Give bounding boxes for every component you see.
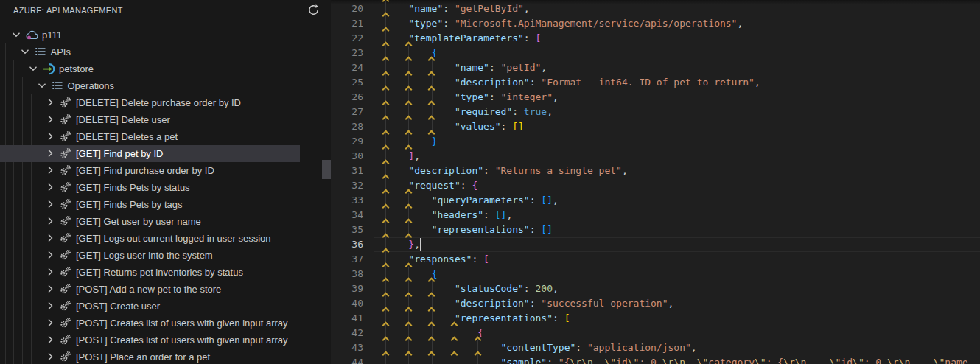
tree-item-delete-delete-user[interactable]: [DELETE] Delete user [0, 111, 300, 128]
tree-item-apis[interactable]: APIs [0, 43, 300, 60]
operation-icon-slot [60, 334, 71, 346]
tree-item-get-find-pet-by-id[interactable]: [GET] Find pet by ID [0, 145, 300, 162]
line-number[interactable]: 41 [331, 311, 363, 326]
token: } [432, 136, 438, 147]
json-editor[interactable]: 20 "name": "getPetById",21 "type": "Micr… [331, 0, 980, 364]
code-line-36[interactable]: }, [385, 237, 420, 252]
tree-item-get-returns-pet-inventories-by-status[interactable]: [GET] Returns pet inventories by status [0, 264, 300, 281]
line-number[interactable]: 29 [331, 134, 363, 149]
token: \" [853, 357, 864, 364]
line-number[interactable]: 26 [331, 90, 363, 105]
tree-item-post-place-an-order-for-a-pet[interactable]: [POST] Place an order for a pet [0, 349, 300, 364]
tree-item-p111[interactable]: p111 [0, 27, 300, 43]
line-number[interactable]: 28 [331, 119, 363, 134]
token: , [553, 195, 559, 206]
line-number[interactable]: 43 [331, 340, 363, 355]
token: "name" [455, 62, 489, 73]
tree-item-get-find-purchase-order-by-id[interactable]: [GET] Find purchase order by ID [0, 162, 300, 179]
line-number[interactable]: 20 [331, 1, 363, 16]
tree-twisty[interactable] [44, 130, 56, 142]
line-number[interactable]: 32 [331, 178, 363, 193]
tree-item-get-finds-pets-by-status[interactable]: [GET] Finds Pets by status [0, 179, 300, 196]
tree-item-label: [POST] Add a new pet to the store [76, 281, 221, 298]
tree-item-get-finds-pets-by-tags[interactable]: [GET] Finds Pets by tags [0, 196, 300, 213]
tree-twisty[interactable] [19, 46, 31, 57]
line-number[interactable]: 31 [331, 164, 363, 178]
line-number[interactable]: 35 [331, 223, 363, 237]
code-line-21[interactable]: "type": "Microsoft.ApiManagement/service… [385, 16, 743, 31]
line-number[interactable]: 42 [331, 326, 363, 340]
tree-twisty[interactable] [10, 29, 22, 41]
tree-item-operations[interactable]: Operations [0, 77, 300, 94]
tree-item-petstore[interactable]: petstore [0, 60, 300, 77]
tree-twisty[interactable] [44, 181, 56, 193]
code-line-37[interactable]: "responses": [ [385, 252, 489, 267]
token: , [524, 3, 530, 14]
tree-twisty[interactable] [44, 97, 56, 108]
code-line-42[interactable]: { [385, 326, 483, 340]
tree-twisty[interactable] [44, 300, 56, 312]
chevron-down-icon [36, 80, 48, 91]
code-line-34[interactable]: "headers": [], [385, 208, 512, 223]
code-line-44[interactable]: "sample": "{\r\n \"id\": 0,\r\n \"catego… [385, 355, 968, 364]
line-number[interactable]: 38 [331, 267, 363, 281]
token: : [512, 106, 524, 117]
token: id [841, 357, 853, 364]
line-number[interactable]: 27 [331, 105, 363, 119]
code-line-30[interactable]: ], [385, 149, 420, 164]
tree-item-get-logs-out-current-logged-in-user-session[interactable]: [GET] Logs out current logged in user se… [0, 230, 300, 247]
line-number[interactable]: 33 [331, 193, 363, 208]
tree-twisty[interactable] [44, 266, 56, 278]
code-line-31[interactable]: "description": "Returns a single pet", [385, 164, 628, 178]
line-number[interactable]: 21 [331, 16, 363, 31]
code-line-41[interactable]: "representations": [ [385, 311, 570, 326]
line-number[interactable]: 44 [331, 355, 363, 364]
tree-item-get-logs-user-into-the-system[interactable]: [GET] Logs user into the system [0, 247, 300, 264]
tree-twisty[interactable] [44, 164, 56, 176]
line-number[interactable]: 34 [331, 208, 363, 223]
code-line-33[interactable]: "queryParameters": [], [385, 193, 559, 208]
line-number[interactable]: 39 [331, 281, 363, 296]
code-line-32[interactable]: "request": { [385, 178, 477, 193]
code-line-29[interactable]: } [385, 134, 437, 149]
line-number[interactable]: 23 [331, 46, 363, 60]
sidebar-scrollbar-thumb[interactable] [322, 160, 331, 179]
code-line-26[interactable]: "type": "integer", [385, 90, 559, 105]
line-number[interactable]: 37 [331, 252, 363, 267]
line-number[interactable]: 36 [331, 237, 363, 252]
tree-item-label: [GET] Logs user into the system [76, 247, 213, 264]
tree-item-delete-delete-purchase-order-by-id[interactable]: [DELETE] Delete purchase order by ID [0, 94, 300, 111]
tree-twisty[interactable] [44, 351, 56, 363]
tree-item-delete-deletes-a-pet[interactable]: [DELETE] Deletes a pet [0, 128, 300, 145]
tree-twisty[interactable] [44, 317, 56, 329]
code-line-20[interactable]: "name": "getPetById", [385, 1, 530, 16]
tree-twisty[interactable] [36, 80, 48, 91]
code-line-25[interactable]: "description": "Format - int64. ID of pe… [385, 75, 760, 90]
line-number[interactable]: 25 [331, 75, 363, 90]
tree-twisty[interactable] [27, 63, 39, 74]
line-number[interactable]: 22 [331, 31, 363, 46]
tree-item-post-creates-list-of-users-with-given-input-array[interactable]: [POST] Creates list of users with given … [0, 332, 300, 349]
tree-twisty[interactable] [44, 198, 56, 210]
line-number[interactable]: 40 [331, 296, 363, 311]
tree-twisty[interactable] [44, 113, 56, 125]
tree-item-post-create-user[interactable]: [POST] Create user [0, 298, 300, 315]
chevron-down-icon [10, 29, 22, 41]
line-number[interactable]: 24 [331, 60, 363, 75]
tree-twisty[interactable] [44, 215, 56, 227]
token: , [668, 298, 674, 309]
token: : [501, 121, 513, 132]
tree-twisty[interactable] [44, 232, 56, 244]
tree-item-post-creates-list-of-users-with-given-input-array[interactable]: [POST] Creates list of users with given … [0, 315, 300, 332]
tree-item-post-add-a-new-pet-to-the-store[interactable]: [POST] Add a new pet to the store [0, 281, 300, 298]
tree-twisty[interactable] [44, 249, 56, 261]
tree-twisty[interactable] [44, 147, 56, 159]
tree-twisty[interactable] [44, 334, 56, 346]
tree-twisty[interactable] [44, 283, 56, 295]
tree-item-get-get-user-by-user-name[interactable]: [GET] Get user by user name [0, 213, 300, 230]
operation-icon-slot [60, 249, 71, 261]
line-number[interactable]: 30 [331, 149, 363, 164]
code-line-39[interactable]: "statusCode": 200, [385, 281, 559, 296]
gear-operation-icon [60, 215, 71, 227]
text-cursor [420, 238, 421, 251]
